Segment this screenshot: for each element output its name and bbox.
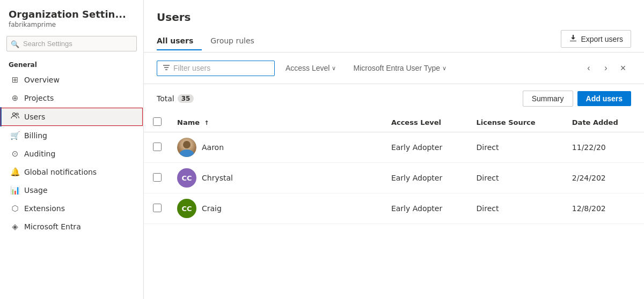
sidebar-item-billing[interactable]: 🛒 Billing — [0, 126, 143, 145]
org-title: Organization Settin... — [9, 9, 135, 20]
checkbox-header — [144, 113, 171, 132]
export-icon — [569, 34, 577, 44]
general-section-label: General — [0, 57, 143, 71]
sidebar-item-microsoft-entra[interactable]: ◈ Microsoft Entra — [0, 218, 143, 236]
svg-point-1 — [16, 113, 18, 115]
date-added-cell: 12/8/202 — [566, 193, 644, 224]
row-checkbox[interactable] — [153, 143, 162, 151]
total-text: Total — [157, 94, 174, 103]
access-level-chevron-icon: ∨ — [332, 65, 336, 72]
overview-icon: ⊞ — [10, 75, 20, 85]
tabs-row: All users Group rules Export users — [157, 30, 631, 52]
users-icon — [10, 111, 20, 122]
tab-all-users[interactable]: All users — [157, 32, 202, 50]
add-users-button[interactable]: Add users — [577, 91, 631, 106]
access-level-label: Access Level — [286, 64, 330, 72]
sidebar-item-label: Usage — [24, 186, 48, 195]
user-cell: CC Craig — [177, 199, 378, 218]
license-source-header: License Source — [470, 113, 566, 132]
total-count-badge: 35 — [178, 94, 194, 103]
main-header: Users All users Group rules Export users — [144, 0, 644, 53]
license-source-cell: Direct — [470, 193, 566, 224]
avatar — [177, 138, 196, 157]
table-area: Total 35 Summary Add users Name ↑ Acc — [144, 84, 644, 299]
search-settings-input[interactable] — [6, 36, 137, 51]
notifications-icon: 🔔 — [10, 167, 20, 177]
sidebar-item-label: Extensions — [24, 204, 65, 213]
sidebar-item-auditing[interactable]: ⊙ Auditing — [0, 145, 143, 163]
date-added-cell: 2/24/202 — [566, 163, 644, 193]
access-level-cell: Early Adopter — [385, 132, 470, 163]
summary-button[interactable]: Summary — [523, 91, 573, 107]
table-row: CC Chrystal Early AdopterDirect2/24/202 — [144, 163, 644, 193]
row-checkbox[interactable] — [153, 204, 162, 212]
export-users-button[interactable]: Export users — [561, 30, 631, 48]
filter-input-wrap — [157, 61, 275, 76]
org-subtitle: fabrikamprime — [9, 21, 135, 28]
license-source-cell: Direct — [470, 132, 566, 163]
table-header-row: Name ↑ Access Level License Source Date … — [144, 113, 644, 132]
sidebar-item-users[interactable]: Users — [0, 107, 143, 126]
user-type-label: Microsoft Entra User Type — [353, 64, 440, 72]
access-level-header: Access Level — [385, 113, 470, 132]
sidebar-item-label: Overview — [24, 76, 60, 84]
user-type-chevron-icon: ∨ — [442, 65, 447, 72]
sidebar: Organization Settin... fabrikamprime 🔍 G… — [0, 0, 144, 299]
filter-bar: Access Level ∨ Microsoft Entra User Type… — [144, 53, 644, 84]
user-cell: Aaron — [177, 138, 378, 157]
sidebar-item-label: Billing — [24, 131, 47, 140]
filter-next-button[interactable]: › — [598, 60, 614, 76]
date-added-cell: 11/22/20 — [566, 132, 644, 163]
sidebar-item-overview[interactable]: ⊞ Overview — [0, 71, 143, 89]
avatar: CC — [177, 199, 196, 218]
row-checkbox[interactable] — [153, 173, 162, 182]
filter-nav: ‹ › × — [581, 60, 631, 76]
sidebar-item-label: Users — [24, 113, 45, 121]
table-row: CC Craig Early AdopterDirect12/8/202 — [144, 193, 644, 224]
access-level-dropdown[interactable]: Access Level ∨ — [279, 61, 342, 76]
svg-point-0 — [13, 113, 16, 116]
filter-users-input[interactable] — [173, 64, 259, 72]
name-header[interactable]: Name ↑ — [171, 113, 385, 132]
date-added-header: Date Added — [566, 113, 644, 132]
main-content: Users All users Group rules Export users — [144, 0, 644, 299]
sidebar-item-label: Auditing — [24, 150, 55, 158]
sidebar-item-label: Microsoft Entra — [24, 222, 81, 231]
export-users-label: Export users — [581, 35, 623, 43]
extensions-icon: ⬡ — [10, 204, 20, 213]
sidebar-header: Organization Settin... fabrikamprime — [0, 0, 143, 31]
search-settings-container: 🔍 — [6, 36, 137, 51]
toolbar-actions: Summary Add users — [523, 91, 631, 107]
sidebar-item-extensions[interactable]: ⬡ Extensions — [0, 199, 143, 218]
user-type-dropdown[interactable]: Microsoft Entra User Type ∨ — [347, 61, 453, 76]
license-source-cell: Direct — [470, 163, 566, 193]
auditing-icon: ⊙ — [10, 149, 20, 159]
access-level-cell: Early Adopter — [385, 163, 470, 193]
filter-icon — [163, 64, 170, 73]
name-sort-icon: ↑ — [204, 119, 209, 126]
user-name: Chrystal — [202, 174, 233, 182]
select-all-checkbox[interactable] — [153, 117, 162, 126]
filter-close-button[interactable]: × — [615, 60, 631, 76]
sidebar-item-usage[interactable]: 📊 Usage — [0, 181, 143, 199]
user-cell: CC Chrystal — [177, 168, 378, 188]
user-name: Aaron — [202, 143, 224, 152]
sidebar-item-label: Global notifications — [24, 168, 97, 176]
page-title: Users — [157, 11, 631, 24]
usage-icon: 📊 — [10, 185, 20, 195]
access-level-cell: Early Adopter — [385, 193, 470, 224]
tab-group-rules[interactable]: Group rules — [202, 32, 263, 50]
table-toolbar: Total 35 Summary Add users — [144, 84, 644, 113]
billing-icon: 🛒 — [10, 131, 20, 140]
tabs: All users Group rules — [157, 32, 263, 50]
table-row: Aaron Early AdopterDirect11/22/20 — [144, 132, 644, 163]
sidebar-item-global-notifications[interactable]: 🔔 Global notifications — [0, 163, 143, 181]
sidebar-item-projects[interactable]: ⊕ Projects — [0, 89, 143, 107]
search-icon: 🔍 — [11, 40, 19, 48]
projects-icon: ⊕ — [10, 93, 20, 103]
user-name: Craig — [202, 204, 222, 213]
avatar: CC — [177, 168, 196, 188]
sidebar-item-label: Projects — [24, 94, 54, 102]
users-table: Name ↑ Access Level License Source Date … — [144, 113, 644, 224]
filter-prev-button[interactable]: ‹ — [581, 60, 597, 76]
